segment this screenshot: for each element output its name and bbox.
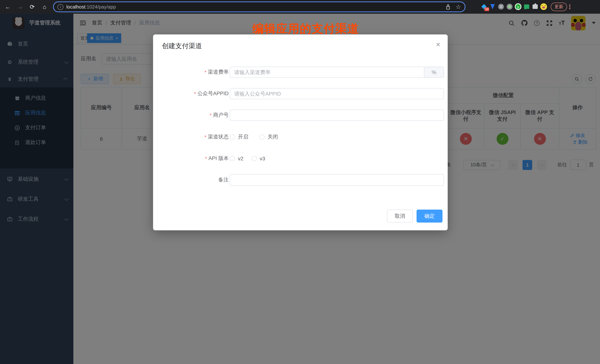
extension-y-icon[interactable]: y [514, 2, 522, 11]
status-closed-radio[interactable]: 关闭 [259, 134, 278, 140]
screen: ← → ⟳ ⌂ i localhost:1024/pay/app ☆ 10 ⌘ … [0, 0, 600, 364]
site-info-icon[interactable]: i [57, 4, 63, 10]
appid-input[interactable] [230, 88, 444, 99]
annotation-title: 编辑应用的支付渠道 [226, 21, 385, 37]
extensions-puzzle-icon[interactable] [531, 2, 539, 11]
api-version-radio-group: v2 v3 [230, 153, 444, 164]
dialog-title: 创建支付渠道 [162, 41, 202, 50]
extension-pinned-icon[interactable]: 10 [480, 2, 488, 11]
extension-command-icon[interactable]: ⌘ [497, 2, 505, 11]
rate-input-group: % [230, 67, 444, 78]
dialog-close-icon[interactable]: × [436, 40, 440, 49]
bookmark-star-icon[interactable]: ☆ [456, 3, 461, 10]
extension-dot-icon[interactable] [506, 2, 513, 11]
reload-icon[interactable]: ⟳ [28, 2, 37, 11]
remark-label: 备注 [218, 177, 229, 183]
rate-label: 渠道费率 [208, 69, 229, 75]
required-asterisk: * [205, 155, 207, 162]
extension-chat-icon[interactable] [523, 2, 530, 11]
radio-icon [252, 156, 257, 161]
app-viewport: 芋道管理系统 首页 ⚙ 系统管理 ¥ 支付管理 商户信息 [0, 14, 600, 364]
share-icon[interactable] [445, 4, 450, 10]
merchant-input[interactable] [230, 109, 444, 121]
status-label: 渠道状态 [208, 134, 229, 140]
extension-kite-icon[interactable] [489, 2, 496, 11]
forward-icon[interactable]: → [16, 2, 24, 11]
browser-update-button[interactable]: 更新 [551, 2, 567, 11]
status-radio-group: 开启 关闭 [230, 131, 444, 143]
url-host: localhost [66, 4, 85, 10]
merchant-label: 商户号 [213, 112, 229, 118]
cancel-button[interactable]: 取消 [387, 209, 413, 223]
rate-input[interactable] [230, 67, 424, 77]
api-version-label: API 版本 [208, 155, 229, 162]
radio-icon [230, 134, 235, 140]
api-v3-radio[interactable]: v3 [252, 155, 265, 162]
required-asterisk: * [194, 91, 196, 97]
status-open-radio[interactable]: 开启 [230, 134, 248, 140]
profile-avatar-icon[interactable] [540, 2, 547, 11]
confirm-button[interactable]: 确定 [417, 209, 442, 223]
back-icon[interactable]: ← [3, 2, 12, 11]
remark-input[interactable] [230, 174, 444, 186]
appid-label: 公众号APPID [197, 90, 229, 97]
extension-badge: 10 [484, 7, 489, 11]
percent-suffix: % [424, 67, 444, 77]
dialog-footer: 取消 确定 [387, 209, 442, 223]
required-asterisk: * [210, 112, 212, 118]
required-asterisk: * [204, 134, 206, 140]
browser-menu-icon[interactable] [569, 4, 570, 9]
api-v2-radio[interactable]: v2 [230, 155, 244, 162]
required-asterisk: * [204, 69, 206, 75]
browser-chrome: ← → ⟳ ⌂ i localhost:1024/pay/app ☆ 10 ⌘ … [0, 0, 600, 14]
url-path: :1024/pay/app [85, 4, 116, 10]
address-bar[interactable]: i localhost:1024/pay/app ☆ [53, 1, 466, 12]
radio-icon [259, 134, 265, 140]
create-pay-channel-dialog: 创建支付渠道 × *渠道费率 % *公众号APPID *商户号 [153, 35, 448, 230]
radio-icon [230, 156, 235, 161]
home-icon[interactable]: ⌂ [40, 2, 49, 11]
